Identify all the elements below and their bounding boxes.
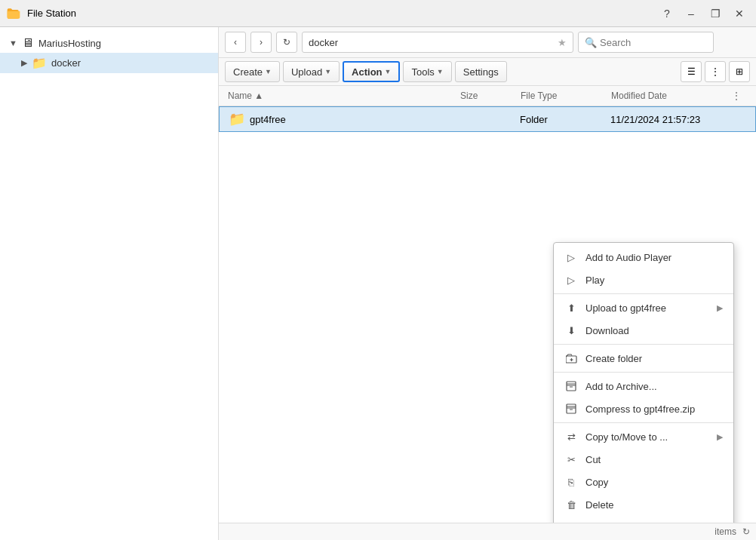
ctx-copy-to-move[interactable]: ⇄ Copy to/Move to ... ▶ xyxy=(554,425,733,448)
forward-button[interactable]: › xyxy=(250,32,272,53)
tools-button[interactable]: Tools ▼ xyxy=(403,61,451,82)
tools-caret: ▼ xyxy=(437,68,444,75)
ctx-delete[interactable]: 🗑 Delete xyxy=(554,493,733,516)
ctx-copy-label: Copy xyxy=(585,477,608,488)
ctx-add-archive-label: Add to Archive... xyxy=(585,381,657,392)
ctx-rename-label: Rename xyxy=(585,522,622,523)
list-view-button[interactable]: ☰ xyxy=(681,61,702,82)
column-options-button[interactable]: ⊞ xyxy=(729,61,750,82)
path-bar: docker ★ xyxy=(302,32,573,53)
items-label: items xyxy=(715,526,736,537)
app-icon xyxy=(6,6,21,21)
sidebar-label-docker: docker xyxy=(51,57,81,69)
context-menu-overlay: ▷ Add to Audio Player ▷ Play ⬆ Upload to… xyxy=(219,106,756,523)
restore-button[interactable]: ❐ xyxy=(705,3,726,24)
ctx-play[interactable]: ▷ Play xyxy=(554,268,733,291)
download-icon: ⬇ xyxy=(564,324,578,337)
action-caret: ▼ xyxy=(385,68,392,75)
upload-icon: ⬆ xyxy=(564,301,578,314)
ctx-add-to-audio[interactable]: ▷ Add to Audio Player xyxy=(554,246,733,268)
minimize-button[interactable]: – xyxy=(681,3,702,24)
ctx-copy-move-label: Copy to/Move to ... xyxy=(585,431,668,443)
cut-icon: ✂ xyxy=(564,453,578,466)
copy-icon: ⎘ xyxy=(564,475,578,489)
upload-caret: ▼ xyxy=(324,68,331,75)
ctx-create-folder[interactable]: Create folder xyxy=(554,347,733,370)
ctx-divider-3 xyxy=(554,372,733,373)
ctx-create-folder-label: Create folder xyxy=(585,353,642,364)
nav-toolbar: ‹ › ↻ docker ★ 🔍 xyxy=(219,27,756,58)
rename-icon xyxy=(564,520,578,523)
sidebar: ▼ 🖥 MariusHosting ▶ 📁 docker xyxy=(0,27,219,540)
sidebar-item-docker[interactable]: ▶ 📁 docker xyxy=(0,53,218,73)
ctx-download-label: Download xyxy=(585,325,629,336)
create-folder-icon xyxy=(564,351,578,365)
file-list-header: Name ▲ Size File Type Modified Date ⋮ xyxy=(219,86,756,106)
back-button[interactable]: ‹ xyxy=(225,32,246,53)
sidebar-item-mariushosting[interactable]: ▼ 🖥 MariusHosting xyxy=(0,33,218,53)
view-options-button[interactable]: ⋮ xyxy=(705,61,726,82)
help-button[interactable]: ? xyxy=(656,3,678,24)
add-audio-icon: ▷ xyxy=(564,250,578,264)
expand-icon: ▼ xyxy=(9,38,17,48)
title-bar-left: File Station xyxy=(6,6,76,21)
delete-icon: 🗑 xyxy=(564,498,578,511)
ctx-divider-4 xyxy=(554,422,733,423)
ctx-compress-to[interactable]: Compress to gpt4free.zip xyxy=(554,397,733,420)
upload-button[interactable]: Upload ▼ xyxy=(283,61,340,82)
upload-arrow-icon: ▶ xyxy=(717,303,723,313)
ctx-add-to-audio-label: Add to Audio Player xyxy=(585,252,671,263)
ctx-upload-to[interactable]: ⬆ Upload to gpt4free ▶ xyxy=(554,296,733,319)
copy-move-icon: ⇄ xyxy=(564,430,578,443)
action-toolbar: Create ▼ Upload ▼ Action ▼ Tools ▼ Setti… xyxy=(219,58,756,86)
ctx-cut[interactable]: ✂ Cut xyxy=(554,448,733,471)
app-title: File Station xyxy=(27,8,76,19)
ctx-upload-label: Upload to gpt4free xyxy=(585,302,666,314)
header-size[interactable]: Size xyxy=(460,91,521,101)
ctx-rename[interactable]: Rename xyxy=(554,516,733,523)
archive-icon xyxy=(564,379,578,393)
ctx-compress-label: Compress to gpt4free.zip xyxy=(585,403,695,415)
expand-icon-docker: ▶ xyxy=(21,58,27,68)
search-input[interactable] xyxy=(600,37,698,48)
path-value: docker xyxy=(309,37,338,48)
copy-move-arrow-icon: ▶ xyxy=(717,432,723,442)
compress-icon xyxy=(564,402,578,416)
ctx-cut-label: Cut xyxy=(585,454,601,465)
svg-rect-3 xyxy=(567,382,576,391)
ctx-divider-1 xyxy=(554,293,733,294)
header-name[interactable]: Name ▲ xyxy=(228,91,460,101)
ctx-add-to-archive[interactable]: Add to Archive... xyxy=(554,375,733,397)
search-icon: 🔍 xyxy=(585,37,597,48)
ctx-copy[interactable]: ⎘ Copy xyxy=(554,471,733,493)
docker-folder-icon: 📁 xyxy=(32,56,47,70)
window-controls: ? – ❐ ✕ xyxy=(656,3,750,24)
play-icon: ▷ xyxy=(564,273,578,287)
file-list: 📁 gpt4free Folder 11/21/2024 21:57:23 ▷ … xyxy=(219,106,756,523)
settings-button[interactable]: Settings xyxy=(455,61,507,82)
content-area: ‹ › ↻ docker ★ 🔍 Create ▼ Upload ▼ xyxy=(219,27,756,540)
ctx-download[interactable]: ⬇ Download xyxy=(554,319,733,342)
bookmark-star[interactable]: ★ xyxy=(558,37,567,48)
ctx-play-label: Play xyxy=(585,275,604,286)
ctx-divider-2 xyxy=(554,344,733,345)
search-box: 🔍 xyxy=(578,32,714,53)
create-caret: ▼ xyxy=(265,68,272,75)
header-modified[interactable]: Modified Date xyxy=(611,91,732,101)
svg-rect-7 xyxy=(567,404,576,413)
folder-icon: 🖥 xyxy=(22,36,34,50)
create-button[interactable]: Create ▼ xyxy=(225,61,280,82)
close-button[interactable]: ✕ xyxy=(729,3,750,24)
main-layout: ▼ 🖥 MariusHosting ▶ 📁 docker ‹ › ↻ docke… xyxy=(0,27,756,540)
title-bar: File Station ? – ❐ ✕ xyxy=(0,0,756,27)
header-more[interactable]: ⋮ xyxy=(732,91,747,101)
header-filetype[interactable]: File Type xyxy=(521,91,611,101)
status-bar: items ↻ xyxy=(219,523,756,540)
sidebar-label-mariushosting: MariusHosting xyxy=(38,38,101,49)
ctx-delete-label: Delete xyxy=(585,499,614,511)
context-menu: ▷ Add to Audio Player ▷ Play ⬆ Upload to… xyxy=(553,242,734,523)
action-button[interactable]: Action ▼ xyxy=(343,61,400,82)
refresh-status-icon[interactable]: ↻ xyxy=(742,526,750,537)
refresh-button[interactable]: ↻ xyxy=(276,32,297,53)
view-controls: ☰ ⋮ ⊞ xyxy=(681,61,750,82)
